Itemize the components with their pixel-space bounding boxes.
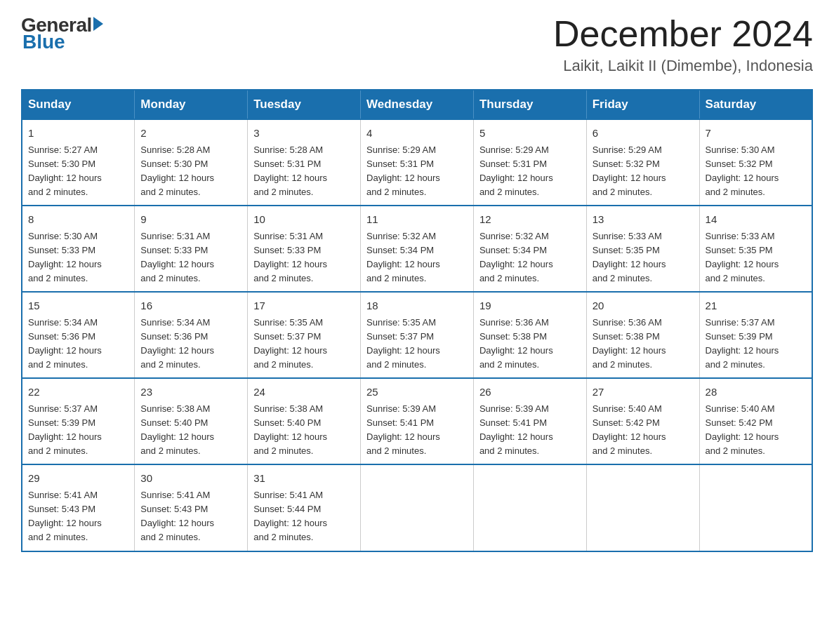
day-info: Sunrise: 5:36 AM Sunset: 5:38 PM Dayligh…: [479, 316, 581, 373]
calendar-week-row: 1Sunrise: 5:27 AM Sunset: 5:30 PM Daylig…: [22, 119, 812, 206]
month-title: December 2024: [553, 14, 813, 54]
table-row: 7Sunrise: 5:30 AM Sunset: 5:32 PM Daylig…: [699, 119, 812, 206]
day-info: Sunrise: 5:34 AM Sunset: 5:36 PM Dayligh…: [28, 316, 128, 373]
table-row: 8Sunrise: 5:30 AM Sunset: 5:33 PM Daylig…: [22, 206, 135, 292]
day-info: Sunrise: 5:33 AM Sunset: 5:35 PM Dayligh…: [593, 229, 694, 286]
day-info: Sunrise: 5:29 AM Sunset: 5:31 PM Dayligh…: [366, 143, 468, 200]
table-row: 25Sunrise: 5:39 AM Sunset: 5:41 PM Dayli…: [361, 378, 474, 464]
title-area: December 2024 Laikit, Laikit II (Dimembe…: [553, 14, 813, 75]
day-number: 2: [140, 126, 241, 142]
table-row: 27Sunrise: 5:40 AM Sunset: 5:42 PM Dayli…: [586, 378, 699, 464]
table-row: 1Sunrise: 5:27 AM Sunset: 5:30 PM Daylig…: [22, 119, 135, 206]
day-info: Sunrise: 5:29 AM Sunset: 5:32 PM Dayligh…: [593, 143, 694, 200]
calendar-week-row: 8Sunrise: 5:30 AM Sunset: 5:33 PM Daylig…: [22, 206, 812, 292]
table-row: 23Sunrise: 5:38 AM Sunset: 5:40 PM Dayli…: [135, 378, 248, 464]
day-info: Sunrise: 5:35 AM Sunset: 5:37 PM Dayligh…: [253, 316, 355, 373]
day-info: Sunrise: 5:28 AM Sunset: 5:30 PM Dayligh…: [140, 143, 241, 200]
day-info: Sunrise: 5:38 AM Sunset: 5:40 PM Dayligh…: [140, 402, 241, 459]
day-info: Sunrise: 5:37 AM Sunset: 5:39 PM Dayligh…: [706, 316, 806, 373]
header-thursday: Thursday: [473, 90, 586, 119]
day-number: 12: [479, 212, 581, 228]
table-row: 11Sunrise: 5:32 AM Sunset: 5:34 PM Dayli…: [361, 206, 474, 292]
table-row: [361, 464, 474, 551]
table-row: 26Sunrise: 5:39 AM Sunset: 5:41 PM Dayli…: [473, 378, 586, 464]
day-number: 26: [479, 384, 581, 401]
day-info: Sunrise: 5:41 AM Sunset: 5:43 PM Dayligh…: [28, 488, 128, 545]
logo: General Blue: [21, 14, 103, 53]
table-row: 13Sunrise: 5:33 AM Sunset: 5:35 PM Dayli…: [586, 206, 699, 292]
day-number: 22: [28, 384, 128, 401]
day-number: 14: [706, 212, 806, 228]
table-row: 22Sunrise: 5:37 AM Sunset: 5:39 PM Dayli…: [22, 378, 135, 464]
day-number: 9: [140, 212, 241, 228]
logo-blue-text: Blue: [22, 31, 65, 53]
day-info: Sunrise: 5:41 AM Sunset: 5:43 PM Dayligh…: [140, 488, 241, 545]
table-row: 24Sunrise: 5:38 AM Sunset: 5:40 PM Dayli…: [248, 378, 361, 464]
table-row: 16Sunrise: 5:34 AM Sunset: 5:36 PM Dayli…: [135, 292, 248, 378]
day-info: Sunrise: 5:29 AM Sunset: 5:31 PM Dayligh…: [479, 143, 581, 200]
day-number: 4: [366, 126, 468, 142]
table-row: 10Sunrise: 5:31 AM Sunset: 5:33 PM Dayli…: [248, 206, 361, 292]
table-row: [473, 464, 586, 551]
table-row: 9Sunrise: 5:31 AM Sunset: 5:33 PM Daylig…: [135, 206, 248, 292]
day-number: 20: [593, 298, 694, 314]
day-number: 31: [253, 471, 355, 487]
day-number: 8: [28, 212, 128, 228]
day-info: Sunrise: 5:39 AM Sunset: 5:41 PM Dayligh…: [479, 402, 581, 459]
day-number: 3: [253, 126, 355, 142]
table-row: 30Sunrise: 5:41 AM Sunset: 5:43 PM Dayli…: [135, 464, 248, 551]
day-number: 13: [593, 212, 694, 228]
day-info: Sunrise: 5:34 AM Sunset: 5:36 PM Dayligh…: [140, 316, 241, 373]
day-info: Sunrise: 5:32 AM Sunset: 5:34 PM Dayligh…: [366, 229, 468, 286]
day-number: 29: [28, 471, 128, 487]
table-row: 2Sunrise: 5:28 AM Sunset: 5:30 PM Daylig…: [135, 119, 248, 206]
day-number: 16: [140, 298, 241, 314]
table-row: 15Sunrise: 5:34 AM Sunset: 5:36 PM Dayli…: [22, 292, 135, 378]
table-row: 5Sunrise: 5:29 AM Sunset: 5:31 PM Daylig…: [473, 119, 586, 206]
day-number: 30: [140, 471, 241, 487]
header-friday: Friday: [586, 90, 699, 119]
day-number: 11: [366, 212, 468, 228]
calendar-table: Sunday Monday Tuesday Wednesday Thursday…: [21, 89, 813, 551]
table-row: 6Sunrise: 5:29 AM Sunset: 5:32 PM Daylig…: [586, 119, 699, 206]
table-row: [699, 464, 812, 551]
header-saturday: Saturday: [699, 90, 812, 119]
logo-triangle-icon: [93, 17, 103, 31]
day-number: 24: [253, 384, 355, 401]
table-row: 18Sunrise: 5:35 AM Sunset: 5:37 PM Dayli…: [361, 292, 474, 378]
day-number: 1: [28, 126, 128, 142]
table-row: 20Sunrise: 5:36 AM Sunset: 5:38 PM Dayli…: [586, 292, 699, 378]
calendar-week-row: 15Sunrise: 5:34 AM Sunset: 5:36 PM Dayli…: [22, 292, 812, 378]
header-sunday: Sunday: [22, 90, 135, 119]
day-number: 27: [593, 384, 694, 401]
day-number: 18: [366, 298, 468, 314]
table-row: 12Sunrise: 5:32 AM Sunset: 5:34 PM Dayli…: [473, 206, 586, 292]
day-number: 19: [479, 298, 581, 314]
day-info: Sunrise: 5:30 AM Sunset: 5:32 PM Dayligh…: [706, 143, 806, 200]
table-row: 17Sunrise: 5:35 AM Sunset: 5:37 PM Dayli…: [248, 292, 361, 378]
table-row: 21Sunrise: 5:37 AM Sunset: 5:39 PM Dayli…: [699, 292, 812, 378]
table-row: 29Sunrise: 5:41 AM Sunset: 5:43 PM Dayli…: [22, 464, 135, 551]
day-number: 21: [706, 298, 806, 314]
day-number: 10: [253, 212, 355, 228]
day-info: Sunrise: 5:36 AM Sunset: 5:38 PM Dayligh…: [593, 316, 694, 373]
day-number: 7: [706, 126, 806, 142]
table-row: 4Sunrise: 5:29 AM Sunset: 5:31 PM Daylig…: [361, 119, 474, 206]
day-info: Sunrise: 5:31 AM Sunset: 5:33 PM Dayligh…: [253, 229, 355, 286]
calendar-week-row: 29Sunrise: 5:41 AM Sunset: 5:43 PM Dayli…: [22, 464, 812, 551]
day-info: Sunrise: 5:35 AM Sunset: 5:37 PM Dayligh…: [366, 316, 468, 373]
calendar-week-row: 22Sunrise: 5:37 AM Sunset: 5:39 PM Dayli…: [22, 378, 812, 464]
day-info: Sunrise: 5:40 AM Sunset: 5:42 PM Dayligh…: [706, 402, 806, 459]
table-row: 31Sunrise: 5:41 AM Sunset: 5:44 PM Dayli…: [248, 464, 361, 551]
day-info: Sunrise: 5:27 AM Sunset: 5:30 PM Dayligh…: [28, 143, 128, 200]
table-row: [586, 464, 699, 551]
day-info: Sunrise: 5:30 AM Sunset: 5:33 PM Dayligh…: [28, 229, 128, 286]
location-title: Laikit, Laikit II (Dimembe), Indonesia: [553, 57, 813, 75]
day-number: 25: [366, 384, 468, 401]
calendar-header-row: Sunday Monday Tuesday Wednesday Thursday…: [22, 90, 812, 119]
header-tuesday: Tuesday: [248, 90, 361, 119]
table-row: 19Sunrise: 5:36 AM Sunset: 5:38 PM Dayli…: [473, 292, 586, 378]
header-wednesday: Wednesday: [361, 90, 474, 119]
day-number: 5: [479, 126, 581, 142]
day-info: Sunrise: 5:37 AM Sunset: 5:39 PM Dayligh…: [28, 402, 128, 459]
